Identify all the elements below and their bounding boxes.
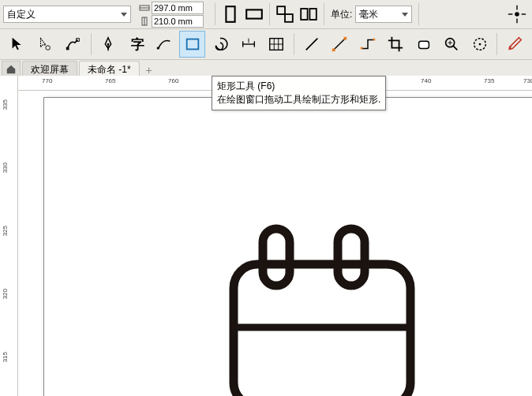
bezier-tool[interactable] xyxy=(326,31,353,58)
rectangle-tooltip: 矩形工具 (F6) 在绘图窗口拖动工具绘制正方形和矩形. xyxy=(212,76,386,110)
svg-rect-7 xyxy=(285,14,293,22)
ruler-label: 770 xyxy=(42,77,52,84)
ruler-label: 335 xyxy=(2,99,9,110)
ruler-label: 730 xyxy=(523,77,532,84)
svg-rect-33 xyxy=(344,37,347,40)
svg-rect-5 xyxy=(246,9,262,18)
svg-rect-45 xyxy=(263,229,290,286)
ruler-label: 760 xyxy=(168,77,178,84)
ruler-label: 330 xyxy=(2,163,9,173)
text-tool[interactable]: 字 xyxy=(123,31,150,58)
current-page-button[interactable] xyxy=(298,3,320,25)
separator xyxy=(294,33,294,55)
tab-label: 欢迎屏幕 xyxy=(31,63,69,77)
tooltip-title: 矩形工具 (F6) xyxy=(217,80,380,93)
all-pages-button[interactable] xyxy=(274,3,296,25)
ruler-label: 740 xyxy=(421,77,431,84)
separator xyxy=(215,3,215,25)
svg-line-38 xyxy=(453,46,458,50)
page-preset-dropdown[interactable]: 自定义 xyxy=(3,6,131,23)
main-area: 770 765 760 755 750 745 740 735 730 xyxy=(18,76,532,396)
ruler-label: 315 xyxy=(2,352,9,362)
nudge-settings-button[interactable] xyxy=(506,3,528,25)
svg-point-15 xyxy=(46,46,50,50)
unit-label: 单位: xyxy=(331,8,352,21)
rectangle-tool[interactable] xyxy=(179,31,206,58)
svg-rect-32 xyxy=(332,49,335,52)
zoom-tool[interactable] xyxy=(438,31,465,58)
separator xyxy=(496,33,497,55)
svg-rect-6 xyxy=(277,6,285,14)
separator xyxy=(324,3,324,25)
eraser-tool[interactable] xyxy=(410,31,437,58)
svg-rect-22 xyxy=(186,39,198,50)
connector-tool[interactable] xyxy=(354,31,381,58)
portrait-button[interactable] xyxy=(219,3,242,25)
svg-rect-21 xyxy=(157,47,159,50)
table-tool[interactable] xyxy=(263,31,290,58)
landscape-button[interactable] xyxy=(243,3,265,25)
calendar-drawing xyxy=(219,217,425,396)
spiral-tool[interactable] xyxy=(207,31,234,58)
page-height-input[interactable] xyxy=(152,15,204,28)
svg-line-31 xyxy=(305,39,317,50)
line-tool[interactable] xyxy=(298,31,325,58)
svg-text:字: 字 xyxy=(130,37,144,51)
separator xyxy=(418,3,419,25)
ruler-label: 735 xyxy=(484,77,494,84)
home-tab[interactable] xyxy=(2,61,21,77)
unit-dropdown[interactable]: 毫米 xyxy=(355,6,412,23)
chevron-down-icon xyxy=(402,13,408,17)
svg-rect-46 xyxy=(338,229,365,286)
unit-value: 毫米 xyxy=(359,8,399,21)
eyedropper-tool[interactable] xyxy=(501,31,528,58)
svg-point-19 xyxy=(107,43,110,46)
page-dimensions xyxy=(139,2,204,28)
welcome-tab[interactable]: 欢迎屏幕 xyxy=(22,61,77,77)
dimension-tool[interactable] xyxy=(235,31,262,58)
separator xyxy=(269,3,270,25)
freehand-tool[interactable] xyxy=(151,31,178,58)
width-icon xyxy=(139,3,150,13)
svg-rect-35 xyxy=(373,39,375,41)
toolbox: 字 xyxy=(0,29,532,60)
chevron-down-icon xyxy=(121,13,127,17)
transparency-tool[interactable] xyxy=(466,31,493,58)
svg-rect-16 xyxy=(66,47,69,50)
ruler-label: 765 xyxy=(105,77,115,84)
page-preset-value: 自定义 xyxy=(7,8,118,21)
svg-rect-8 xyxy=(301,9,307,20)
untitled-tab[interactable]: 未命名 -1* xyxy=(79,61,140,77)
vertical-ruler[interactable]: 335 330 325 320 315 xyxy=(0,76,18,396)
drawing-canvas[interactable] xyxy=(18,91,532,396)
property-bar: 自定义 单位: 毫米 xyxy=(0,0,532,29)
workspace: 335 330 325 320 315 770 765 760 755 750 … xyxy=(0,76,532,396)
page-width-input[interactable] xyxy=(152,2,204,14)
pen-tool[interactable] xyxy=(95,31,122,58)
separator xyxy=(91,33,92,55)
tooltip-description: 在绘图窗口拖动工具绘制正方形和矩形. xyxy=(217,93,380,106)
svg-rect-34 xyxy=(361,47,363,50)
tab-label: 未命名 -1* xyxy=(88,63,131,77)
svg-rect-9 xyxy=(309,9,316,20)
svg-rect-4 xyxy=(226,6,234,22)
ruler-label: 325 xyxy=(2,226,9,236)
freehand-pick-tool[interactable] xyxy=(32,31,59,58)
shape-tool[interactable] xyxy=(60,31,87,58)
pick-tool[interactable] xyxy=(4,31,31,58)
svg-rect-36 xyxy=(418,41,429,48)
ruler-label: 320 xyxy=(2,289,9,299)
height-icon xyxy=(139,17,150,26)
svg-point-42 xyxy=(478,43,481,46)
svg-point-10 xyxy=(515,12,519,17)
crop-tool[interactable] xyxy=(382,31,409,58)
